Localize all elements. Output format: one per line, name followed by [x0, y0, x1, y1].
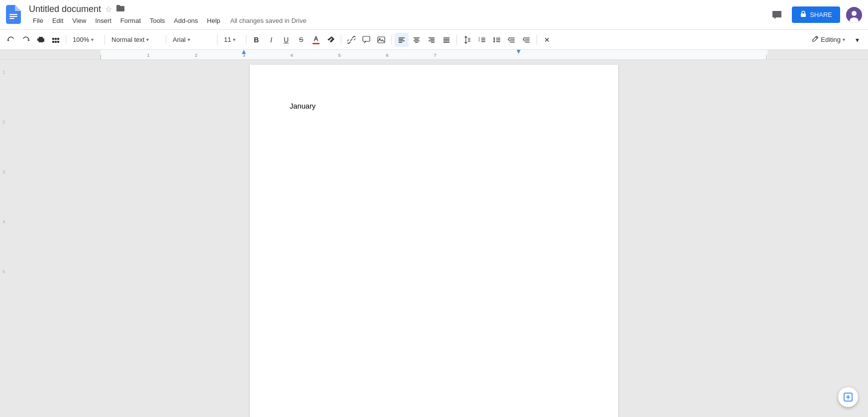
document-text[interactable]: January	[290, 101, 578, 112]
ruler-num-4: 4	[1, 219, 6, 224]
menu-file[interactable]: File	[29, 15, 47, 26]
svg-text:5: 5	[338, 53, 340, 58]
menu-edit[interactable]: Edit	[48, 15, 67, 26]
align-right-button[interactable]	[425, 33, 438, 47]
svg-point-36	[494, 41, 495, 42]
ruler-marks: 1 2 3 4 5 6 7	[0, 50, 868, 60]
decrease-indent-button[interactable]	[505, 33, 519, 47]
doc-title-row: Untitled document ☆	[29, 4, 768, 14]
highlight-color-button[interactable]	[324, 33, 338, 47]
lock-icon	[800, 10, 807, 19]
svg-rect-7	[363, 36, 370, 41]
paint-format-button[interactable]	[49, 33, 63, 47]
right-sidebar	[862, 60, 868, 417]
insert-image-button[interactable]	[374, 33, 388, 47]
zoom-dropdown[interactable]: 100% ▾	[69, 33, 102, 47]
style-arrow: ▾	[146, 37, 149, 42]
align-left-button[interactable]	[395, 33, 409, 47]
left-ruler: 1 2 3 4 5	[0, 60, 6, 417]
separator-5	[246, 35, 246, 45]
svg-point-35	[494, 39, 495, 40]
title-area: Untitled document ☆ File Edit View Inser…	[29, 4, 768, 26]
svg-rect-3	[801, 13, 806, 17]
ruler-num-5: 5	[1, 269, 6, 274]
ruler-num-1: 1	[1, 70, 6, 75]
page-content[interactable]: January	[290, 101, 578, 112]
svg-text:1: 1	[147, 53, 149, 58]
font-dropdown[interactable]: Arial ▾	[169, 33, 214, 47]
align-justify-button[interactable]	[439, 33, 453, 47]
toolbar: 100% ▾ Normal text ▾ Arial ▾ 11 ▾ B I U …	[0, 30, 868, 50]
star-icon[interactable]: ☆	[105, 4, 112, 14]
svg-rect-2	[9, 18, 14, 19]
strikethrough-button[interactable]: S	[294, 33, 308, 47]
size-value: 11	[224, 36, 231, 43]
user-avatar[interactable]	[846, 7, 862, 23]
ruler-num-3: 3	[1, 169, 6, 174]
separator-6	[341, 35, 341, 45]
redo-button[interactable]	[19, 33, 33, 47]
link-button[interactable]	[344, 33, 358, 47]
save-status: All changes saved in Drive	[230, 17, 307, 24]
app-icon	[6, 5, 24, 25]
svg-point-34	[494, 37, 495, 39]
menu-bar: File Edit View Insert Format Tools Add-o…	[29, 15, 768, 26]
share-button[interactable]: SHARE	[792, 6, 840, 23]
menu-format[interactable]: Format	[116, 15, 145, 26]
line-spacing-button[interactable]	[460, 33, 474, 47]
doc-title[interactable]: Untitled document	[29, 4, 101, 14]
svg-text:6: 6	[386, 53, 388, 58]
separator-4	[217, 35, 217, 45]
svg-rect-8	[378, 37, 385, 43]
font-size-dropdown[interactable]: 11 ▾	[220, 33, 243, 47]
undo-button[interactable]	[4, 33, 18, 47]
pencil-icon	[812, 35, 819, 44]
bold-button[interactable]: B	[249, 33, 263, 47]
zoom-arrow: ▾	[91, 37, 94, 42]
separator-2	[105, 35, 105, 45]
print-button[interactable]	[34, 33, 48, 47]
menu-addons[interactable]: Add-ons	[170, 15, 202, 26]
numbered-list-button[interactable]: 1 2	[475, 33, 489, 47]
increase-indent-button[interactable]	[520, 33, 534, 47]
ruler: 1 2 3 4 5 6 7	[0, 50, 868, 60]
svg-rect-0	[9, 14, 17, 15]
size-arrow: ▾	[233, 37, 235, 42]
editing-label: Editing	[821, 36, 841, 43]
style-value: Normal text	[111, 36, 144, 43]
comments-button[interactable]	[768, 6, 786, 24]
font-value: Arial	[173, 36, 186, 43]
separator-1	[66, 35, 66, 45]
bulleted-list-button[interactable]	[490, 33, 504, 47]
text-color-button[interactable]: A	[309, 33, 323, 47]
editing-mode-dropdown[interactable]: Editing ▾	[808, 33, 849, 46]
style-dropdown[interactable]: Normal text ▾	[108, 33, 163, 47]
menu-insert[interactable]: Insert	[91, 15, 115, 26]
svg-point-5	[852, 11, 857, 16]
header-right: SHARE	[768, 6, 862, 24]
svg-text:2: 2	[195, 53, 197, 58]
content-area[interactable]: January	[6, 60, 862, 417]
insert-comment-button[interactable]	[359, 33, 373, 47]
italic-button[interactable]: I	[264, 33, 278, 47]
more-options-button[interactable]: ▾	[850, 33, 864, 47]
ruler-num-2: 2	[1, 120, 6, 125]
svg-text:4: 4	[290, 53, 293, 58]
document-page[interactable]: January	[250, 65, 618, 417]
folder-icon[interactable]	[116, 4, 125, 14]
clear-formatting-button[interactable]: ✕	[540, 33, 554, 47]
separator-9	[537, 35, 537, 45]
svg-marker-57	[242, 50, 246, 54]
title-bar: Untitled document ☆ File Edit View Inser…	[0, 0, 868, 30]
separator-3	[166, 35, 166, 45]
align-center-button[interactable]	[410, 33, 424, 47]
fab-button[interactable]	[838, 387, 858, 407]
editing-arrow: ▾	[843, 37, 845, 42]
menu-tools[interactable]: Tools	[146, 15, 169, 26]
share-label: SHARE	[810, 11, 832, 18]
font-arrow: ▾	[188, 37, 190, 42]
menu-help[interactable]: Help	[203, 15, 224, 26]
svg-rect-1	[9, 16, 17, 17]
underline-button[interactable]: U	[279, 33, 293, 47]
menu-view[interactable]: View	[68, 15, 90, 26]
